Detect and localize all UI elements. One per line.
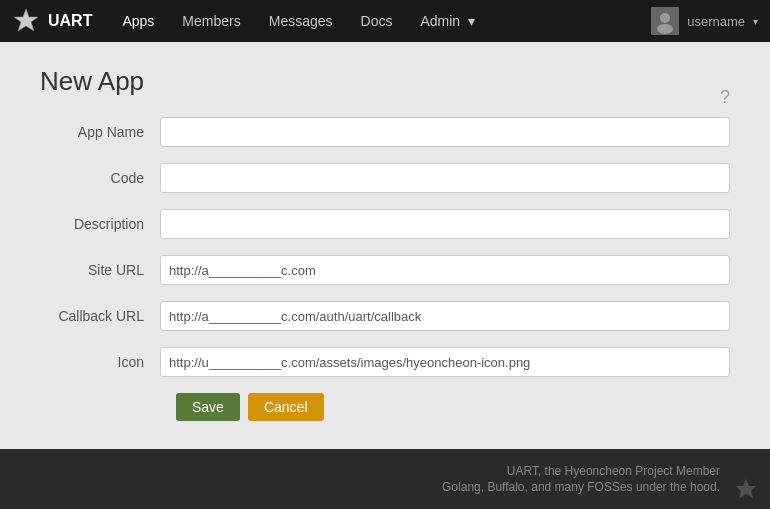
label-site-url: Site URL [40,262,160,278]
navbar-links: Apps Members Messages Docs Admin ▾ [108,0,651,42]
new-app-form: App Name Code Description Site URL Callb… [40,117,730,421]
field-row-app-name: App Name [40,117,730,147]
label-code: Code [40,170,160,186]
svg-marker-0 [14,9,38,31]
input-site-url[interactable] [160,255,730,285]
nav-apps[interactable]: Apps [108,0,168,42]
input-app-name[interactable] [160,117,730,147]
input-code[interactable] [160,163,730,193]
username-dropdown-arrow[interactable]: ▾ [753,16,758,27]
footer-logo-icon [734,477,758,501]
form-buttons: Save Cancel [40,393,730,421]
field-row-code: Code [40,163,730,193]
admin-dropdown-arrow: ▾ [468,13,475,29]
footer-line1: UART, the Hyeoncheon Project Member [507,464,750,478]
footer-line2: Golang, Buffalo, and many FOSSes under t… [442,480,750,494]
label-icon: Icon [40,354,160,370]
svg-marker-4 [736,479,756,498]
help-icon[interactable]: ? [720,87,730,108]
svg-point-3 [657,24,673,34]
label-description: Description [40,216,160,232]
navbar-brand-text: UART [48,12,92,30]
page-title: New App [40,66,730,97]
input-callback-url[interactable] [160,301,730,331]
save-button[interactable]: Save [176,393,240,421]
nav-messages[interactable]: Messages [255,0,347,42]
label-app-name: App Name [40,124,160,140]
field-row-callback-url: Callback URL [40,301,730,331]
navbar: UART Apps Members Messages Docs Admin ▾ … [0,0,770,42]
nav-admin[interactable]: Admin ▾ [406,0,489,42]
navbar-brand[interactable]: UART [12,7,92,35]
input-icon[interactable] [160,347,730,377]
navbar-logo [12,7,40,35]
field-row-icon: Icon [40,347,730,377]
nav-members[interactable]: Members [168,0,254,42]
field-row-description: Description [40,209,730,239]
navbar-username[interactable]: username [687,14,745,29]
nav-docs[interactable]: Docs [347,0,407,42]
label-callback-url: Callback URL [40,308,160,324]
footer: UART, the Hyeoncheon Project Member Gola… [0,449,770,509]
svg-point-2 [660,13,670,23]
navbar-right: username ▾ [651,7,758,35]
input-description[interactable] [160,209,730,239]
avatar-image [651,7,679,35]
page-content: New App ? App Name Code Description Site… [0,42,770,449]
field-row-site-url: Site URL [40,255,730,285]
cancel-button[interactable]: Cancel [248,393,324,421]
navbar-avatar[interactable] [651,7,679,35]
